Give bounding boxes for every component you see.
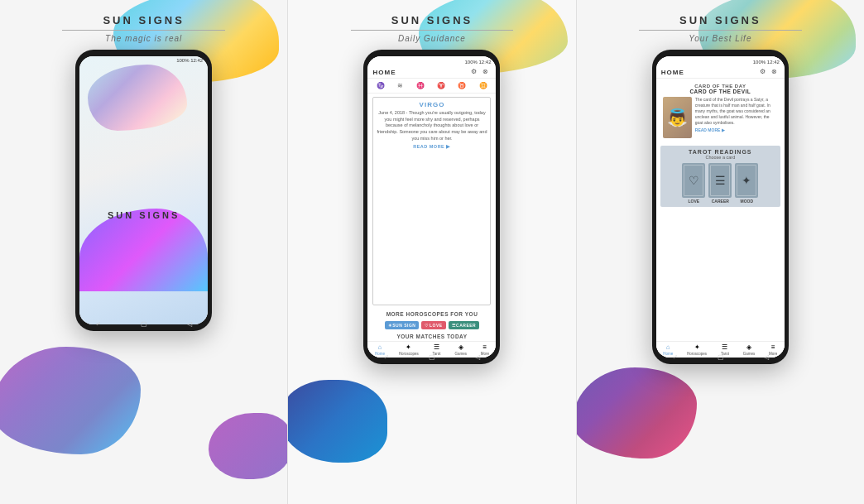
love-btn[interactable]: ♡ LOVE (421, 321, 445, 329)
phone-notch-1 (132, 50, 156, 53)
horoscope-box: VIRGO June 4, 2018 - Though you're usual… (372, 97, 491, 305)
home-btn-3: ▢ (718, 353, 724, 361)
nav-horoscopes-icon: ✦ (406, 343, 411, 351)
panel-card-day: SUN SIGNS Your Best Life 100% 12:42 HOME… (577, 0, 864, 504)
decorative-blob-bottom (0, 347, 141, 454)
recent-btn-1: ◁ (187, 320, 192, 328)
card-description: The card of the Devil portrays a Satyr, … (695, 97, 778, 126)
status-bar-2: 100% 12:42 (367, 58, 496, 66)
nav-horoscopes-icon-3: ✦ (694, 343, 700, 351)
zodiac-capricorn[interactable]: ♑ (375, 81, 386, 90)
nav-games-icon-3: ◈ (746, 343, 751, 351)
zodiac-tabs: ♑ ≋ ♓ ♈ ♉ ♊ (367, 79, 496, 94)
horoscope-date: June 4, 2018 (378, 110, 405, 115)
briefcase-icon: ☰ (452, 323, 456, 328)
divider-3 (639, 30, 801, 31)
career-btn[interactable]: ☰ CAREER (449, 321, 480, 329)
zodiac-taurus[interactable]: ♉ (456, 81, 468, 90)
subtitle-2: Daily Guidance (296, 34, 567, 43)
home-title-2: HOME (372, 69, 396, 76)
profile-icon-3[interactable]: ⊗ (771, 68, 780, 76)
tarot-card-mood[interactable]: ✦ MOOD (735, 163, 758, 204)
phone-nav-buttons-1: ⤶ ▢ ◁ (75, 320, 212, 328)
phone-3-screen: 100% 12:42 HOME ⚙ ⊗ CARD OF THE DAY CARD… (656, 56, 785, 358)
back-icon-3: ⤶ (672, 353, 678, 361)
back-icon-1: ⤶ (95, 320, 101, 328)
sun-icon: ☀ (388, 323, 392, 328)
tarot-cards-container: ♡ LOVE ☰ CAREER ✦ (664, 163, 777, 204)
card-name: CARD OF THE DEVIL (663, 89, 778, 94)
battery-icon: 100% 12:42 (176, 58, 203, 63)
horoscope-buttons: ☀ SUN SIGN ♡ LOVE ☰ CAREER (367, 321, 496, 329)
nav-games-icon: ◈ (458, 343, 463, 351)
decorative-blob-bottom-3 (577, 367, 697, 458)
splash-title: SUN SIGNS (108, 210, 180, 220)
tarot-title: TAROT READINGS (664, 149, 777, 155)
card-text-area: The card of the Devil portrays a Satyr, … (695, 97, 778, 138)
tarot-card-love-img: ♡ (682, 163, 705, 198)
settings-icon-3[interactable]: ⚙ (760, 68, 768, 76)
zodiac-pisces[interactable]: ♓ (415, 81, 426, 90)
card-read-more[interactable]: READ MORE ▶ (695, 127, 778, 132)
recent-btn-3: ◁ (764, 353, 769, 361)
settings-icon[interactable]: ⚙ (471, 68, 479, 76)
tarot-card-career-img: ☰ (708, 163, 732, 198)
nav-more-icon: ≡ (483, 343, 487, 351)
phone-notch-3 (708, 50, 732, 53)
status-bar-3: 100% 12:42 (656, 58, 785, 66)
home-title-3: HOME (661, 69, 684, 76)
nav-tarot-icon: ☰ (434, 343, 439, 351)
zodiac-aquarius[interactable]: ≋ (396, 81, 405, 90)
heart-icon: ♡ (425, 323, 429, 328)
more-horoscopes-title: MORE HOROSCOPES FOR YOU (367, 311, 496, 317)
career-card-pattern: ☰ (715, 174, 726, 187)
zodiac-aries[interactable]: ♈ (435, 81, 447, 90)
sun-sign-btn[interactable]: ☀ SUN SIGN (385, 321, 420, 329)
subtitle-3: Your Best Life (585, 34, 856, 43)
nav-home-icon-3: ⌂ (666, 343, 670, 351)
nav-tarot-icon-3: ☰ (722, 343, 727, 351)
app-title-2: SUN SIGNS (296, 14, 567, 26)
matches-title: YOUR MATCHES TODAY (367, 334, 496, 339)
panel-splash: SUN SIGNS The magic is real 100% 12:42 S… (0, 0, 287, 504)
devil-symbol: 👼 (667, 108, 688, 127)
home-header-3: HOME ⚙ ⊗ (656, 65, 785, 79)
nav-more-icon-3: ≡ (771, 343, 775, 351)
home-header-2: HOME ⚙ ⊗ (367, 65, 496, 79)
app-title-3: SUN SIGNS (585, 14, 856, 26)
phone-1-mockup: 100% 12:42 SUN SIGNS ⤶ ▢ ◁ (75, 50, 212, 331)
panel-1-header: SUN SIGNS The magic is real (8, 10, 279, 43)
phone-2-mockup: 100% 12:42 HOME ⚙ ⊗ ♑ ≋ ♓ ♈ ♉ (363, 50, 500, 364)
tarot-card-mood-img: ✦ (735, 163, 758, 198)
phone-nav-buttons-3: ⤶ ▢ ◁ (652, 353, 789, 361)
love-card-pattern: ♡ (689, 174, 699, 187)
tarot-card-love[interactable]: ♡ LOVE (682, 163, 705, 204)
divider-1 (62, 30, 224, 31)
header-icons-2: ⚙ ⊗ (471, 68, 491, 76)
subtitle-1: The magic is real (8, 34, 279, 43)
card-content: 👼 The card of the Devil portrays a Satyr… (663, 97, 778, 138)
read-more-link[interactable]: READ MORE ▶ (377, 144, 487, 149)
divider-2 (351, 30, 513, 31)
header-icons-3: ⚙ ⊗ (760, 68, 780, 76)
tarot-section: TAROT READINGS Choose a card ♡ LOVE ☰ (660, 146, 780, 207)
splash-wave (79, 209, 208, 291)
phone-notch-2 (420, 50, 444, 53)
zodiac-gemini[interactable]: ♊ (478, 81, 489, 90)
home-screen-3: 100% 12:42 HOME ⚙ ⊗ CARD OF THE DAY CARD… (656, 56, 785, 358)
panel-2-header: SUN SIGNS Daily Guidance (296, 10, 567, 43)
decorative-blob-wave (209, 413, 287, 479)
app-title-1: SUN SIGNS (8, 14, 279, 26)
tarot-card-career[interactable]: ☰ CAREER (708, 163, 732, 204)
phone-nav-buttons-2: ⤶ ▢ ◁ (363, 353, 500, 361)
tarot-career-label: CAREER (712, 199, 729, 204)
battery-info-3: 100% 12:42 (753, 60, 780, 65)
phone-3-mockup: 100% 12:42 HOME ⚙ ⊗ CARD OF THE DAY CARD… (652, 50, 789, 364)
devil-card-image: 👼 (663, 97, 692, 138)
tarot-mood-label: MOOD (741, 199, 754, 204)
mood-card-pattern: ✦ (742, 174, 751, 187)
sun-sign-label: SUN SIGN (392, 323, 415, 328)
profile-icon[interactable]: ⊗ (482, 68, 491, 76)
home-btn-2: ▢ (429, 353, 435, 361)
home-btn-1: ▢ (141, 320, 147, 328)
